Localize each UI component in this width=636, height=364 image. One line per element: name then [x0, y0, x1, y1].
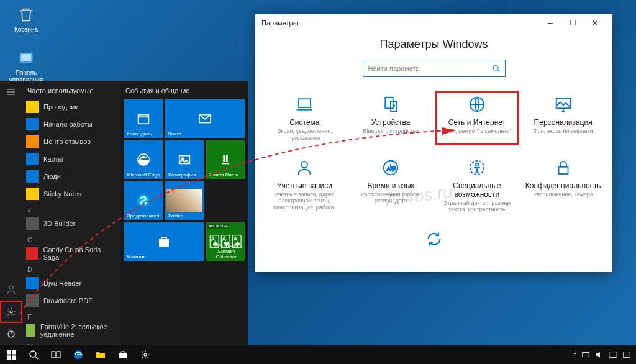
category-personalize[interactable]: ПерсонализацияФон, экран блокировки [523, 92, 604, 144]
devices-icon [381, 94, 401, 114]
tile-label: Календарь [127, 131, 152, 137]
category-globe[interactable]: Сеть и ИнтернетWi-Fi, режим " в самолете… [437, 92, 517, 144]
taskbar-tray[interactable]: ˄ [573, 350, 636, 359]
app-item[interactable]: Candy Crush Soda Saga [22, 245, 120, 262]
svg-rect-37 [609, 352, 617, 358]
app-item[interactable]: Начало работы [22, 116, 120, 133]
taskview-icon[interactable] [45, 345, 67, 364]
tray-network-icon[interactable] [581, 350, 590, 359]
app-item[interactable]: FarmVille 2: сельское уединение [22, 322, 120, 339]
tile-icon [157, 234, 171, 249]
app-icon [26, 153, 39, 165]
tile[interactable]: Microsoft Edge [124, 140, 163, 179]
category-title: Конфиденциальность [525, 181, 601, 190]
category-laptop[interactable]: СистемаЭкран, уведомления, приложения [264, 92, 345, 144]
app-label: Центр отзывов [43, 138, 91, 145]
svg-rect-38 [624, 352, 630, 358]
app-item[interactable]: Drawboard PDF [22, 292, 120, 309]
app-item[interactable]: Sticky Notes [22, 185, 120, 202]
user-icon[interactable] [0, 278, 22, 301]
app-item[interactable]: Карты [22, 150, 120, 168]
svg-point-2 [9, 286, 13, 289]
app-label: Начало работы [43, 121, 93, 128]
app-icon [26, 101, 39, 113]
app-icon [26, 324, 35, 337]
frequent-header: Часто используемые [22, 84, 120, 98]
category-accounts[interactable]: Учетные записиУчетные записи, адрес элек… [264, 155, 345, 216]
tray-lang-icon[interactable] [609, 350, 617, 359]
tile[interactable]: TuneIn Radio [206, 140, 245, 179]
tile[interactable]: Календарь [124, 99, 163, 138]
desktop-icon-trash[interactable]: Корзина [7, 5, 45, 33]
svg-rect-33 [57, 352, 60, 358]
laptop-icon [294, 94, 314, 114]
category-devices[interactable]: УстройстваBluetooth, устройства [350, 92, 431, 144]
tile[interactable]: XBOX LIVE🂡🂱🃁Microsoft Solitaire Collecti… [206, 222, 245, 261]
section-letter[interactable]: F [22, 309, 120, 322]
category-privacy[interactable]: КонфиденциальностьРасположение, камера [523, 155, 604, 216]
tray-volume-icon[interactable] [595, 350, 604, 359]
settings-search-input[interactable]: Найти параметр [363, 60, 506, 77]
taskbar-store-icon[interactable] [112, 345, 134, 364]
tile-label: Магазин [127, 254, 146, 260]
svg-point-14 [493, 66, 498, 71]
section-letter[interactable]: M [22, 339, 120, 345]
start-button[interactable] [0, 345, 22, 364]
minimize-button[interactable]: ─ [539, 14, 561, 32]
section-letter[interactable]: C [22, 232, 120, 245]
category-title: Устройства [353, 118, 429, 127]
category-time[interactable]: A字Время и языкРаспознавание голоса, реги… [350, 155, 431, 216]
section-letter[interactable]: # [22, 202, 120, 215]
tile-label: Microsoft Solitaire Collection [209, 243, 245, 260]
tiles-header: События и общение [124, 86, 245, 99]
window-titlebar[interactable]: Параметры ─ ☐ ✕ [255, 14, 612, 32]
ease-icon [467, 158, 487, 178]
app-icon [26, 188, 39, 200]
svg-point-35 [144, 353, 147, 356]
start-tiles: События и общение КалендарьПочтаMicrosof… [120, 81, 248, 345]
tray-chevron-icon[interactable]: ˄ [573, 352, 576, 358]
category-title: Сеть и Интернет [439, 118, 515, 127]
tile[interactable]: Почта [165, 99, 245, 138]
tile-label: TuneIn Radio [209, 172, 238, 178]
section-letter[interactable]: D [22, 262, 120, 275]
category-desc: Bluetooth, устройства [353, 128, 429, 135]
desktop-icon-control-panel[interactable]: Панель управления [7, 48, 45, 83]
power-icon[interactable] [0, 323, 22, 345]
settings-rail-button[interactable] [0, 301, 22, 323]
app-item[interactable]: 3D Builder [22, 215, 120, 232]
hamburger-icon[interactable] [0, 81, 22, 103]
tile[interactable]: Магазин [124, 222, 204, 261]
app-item[interactable]: Люди [22, 168, 120, 185]
svg-rect-32 [52, 352, 55, 358]
app-label: Djvu Reader [43, 280, 81, 287]
svg-rect-29 [7, 355, 11, 360]
tray-notifications-icon[interactable] [622, 350, 631, 359]
search-taskbar-icon[interactable] [22, 345, 45, 364]
tile-label: Представител... [127, 213, 163, 219]
taskbar-edge-icon[interactable] [67, 345, 89, 364]
app-icon [26, 135, 39, 148]
svg-rect-28 [12, 350, 16, 355]
taskbar-explorer-icon[interactable] [89, 345, 112, 364]
taskbar-settings-icon[interactable] [134, 345, 157, 364]
taskbar: ˄ [0, 345, 636, 364]
app-icon [26, 118, 39, 130]
app-item[interactable]: Проводник [22, 98, 120, 116]
category-desc: Wi-Fi, режим " в самолете" [439, 128, 515, 135]
tile[interactable]: Фотографии [165, 140, 204, 179]
category-update[interactable] [394, 227, 475, 255]
close-button[interactable]: ✕ [584, 14, 606, 32]
app-item[interactable]: Центр отзывов [22, 133, 120, 150]
category-title: Система [266, 118, 342, 127]
svg-point-31 [30, 351, 36, 357]
tile[interactable]: Twitter [165, 181, 204, 220]
app-item[interactable]: Djvu Reader [22, 275, 120, 292]
start-menu: Часто используемые ПроводникНачало работ… [0, 81, 248, 345]
maximize-button[interactable]: ☐ [561, 14, 584, 32]
category-ease[interactable]: Специальные возможностиЭкранный диктор, … [437, 155, 517, 216]
settings-heading: Параметры Windows [261, 38, 606, 51]
tile[interactable]: Представител... [124, 181, 163, 220]
search-icon [493, 65, 500, 72]
tile-label: Microsoft Edge [127, 172, 160, 178]
